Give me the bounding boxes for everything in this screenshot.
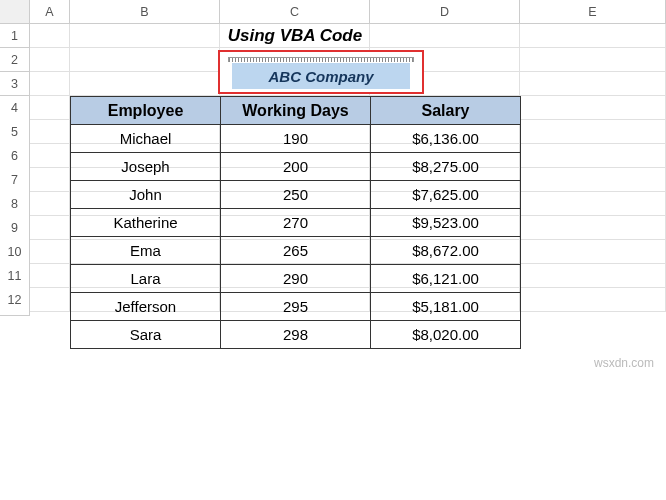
- cell-E2[interactable]: [520, 48, 666, 72]
- cell-working-days[interactable]: 190: [221, 125, 371, 153]
- col-working-days[interactable]: Working Days: [221, 97, 371, 125]
- cell-E10[interactable]: [520, 240, 666, 264]
- cell-employee[interactable]: Sara: [71, 321, 221, 349]
- table-row: Katherine270$9,523.00: [71, 209, 521, 237]
- col-salary[interactable]: Salary: [371, 97, 521, 125]
- row-header-1[interactable]: 1: [0, 24, 30, 48]
- table-row: Sara298$8,020.00: [71, 321, 521, 349]
- cell-working-days[interactable]: 298: [221, 321, 371, 349]
- cell-A6[interactable]: [30, 144, 70, 168]
- row-header-2[interactable]: 2: [0, 48, 30, 72]
- select-all-corner[interactable]: [0, 0, 30, 24]
- col-header-A[interactable]: A: [30, 0, 70, 24]
- cell-E11[interactable]: [520, 264, 666, 288]
- col-header-D[interactable]: D: [370, 0, 520, 24]
- cell-A2[interactable]: [30, 48, 70, 72]
- cell-employee[interactable]: Joseph: [71, 153, 221, 181]
- textbox-handle[interactable]: [228, 57, 414, 62]
- cell-employee[interactable]: Lara: [71, 265, 221, 293]
- cell-working-days[interactable]: 250: [221, 181, 371, 209]
- row-header-3[interactable]: 3: [0, 72, 30, 96]
- cell-E5[interactable]: [520, 120, 666, 144]
- table-row: Joseph200$8,275.00: [71, 153, 521, 181]
- cell-A7[interactable]: [30, 168, 70, 192]
- cell-employee[interactable]: Ema: [71, 237, 221, 265]
- cell-B1[interactable]: [70, 24, 220, 48]
- cell-salary[interactable]: $8,275.00: [371, 153, 521, 181]
- cell-working-days[interactable]: 290: [221, 265, 371, 293]
- table-row: Ema265$8,672.00: [71, 237, 521, 265]
- cell-E4[interactable]: [520, 96, 666, 120]
- table-row: John250$7,625.00: [71, 181, 521, 209]
- cell-salary[interactable]: $9,523.00: [371, 209, 521, 237]
- cell-A1[interactable]: [30, 24, 70, 48]
- cell-E1[interactable]: [520, 24, 666, 48]
- cell-salary[interactable]: $6,121.00: [371, 265, 521, 293]
- table-row: Michael190$6,136.00: [71, 125, 521, 153]
- cell-employee[interactable]: Jefferson: [71, 293, 221, 321]
- page-title: Using VBA Code: [220, 24, 370, 48]
- cell-employee[interactable]: Michael: [71, 125, 221, 153]
- cell-B3[interactable]: [70, 72, 220, 96]
- cell-E3[interactable]: [520, 72, 666, 96]
- cell-B2[interactable]: [70, 48, 220, 72]
- cell-salary[interactable]: $6,136.00: [371, 125, 521, 153]
- cell-A12[interactable]: [30, 288, 70, 312]
- cell-working-days[interactable]: 295: [221, 293, 371, 321]
- cell-employee[interactable]: John: [71, 181, 221, 209]
- textbox-object[interactable]: ABC Company: [218, 50, 424, 94]
- data-table[interactable]: Employee Working Days Salary Michael190$…: [70, 96, 521, 349]
- textbox-text[interactable]: ABC Company: [232, 63, 410, 89]
- cell-A11[interactable]: [30, 264, 70, 288]
- cell-E12[interactable]: [520, 288, 666, 312]
- cell-salary[interactable]: $8,672.00: [371, 237, 521, 265]
- col-employee[interactable]: Employee: [71, 97, 221, 125]
- cell-salary[interactable]: $8,020.00: [371, 321, 521, 349]
- cell-A10[interactable]: [30, 240, 70, 264]
- table-row: Jefferson295$5,181.00: [71, 293, 521, 321]
- col-header-B[interactable]: B: [70, 0, 220, 24]
- cell-salary[interactable]: $7,625.00: [371, 181, 521, 209]
- cell-employee[interactable]: Katherine: [71, 209, 221, 237]
- col-header-C[interactable]: C: [220, 0, 370, 24]
- cell-E8[interactable]: [520, 192, 666, 216]
- cell-salary[interactable]: $5,181.00: [371, 293, 521, 321]
- cell-E9[interactable]: [520, 216, 666, 240]
- table-header-row: Employee Working Days Salary: [71, 97, 521, 125]
- cell-E7[interactable]: [520, 168, 666, 192]
- cell-E6[interactable]: [520, 144, 666, 168]
- cell-A3[interactable]: [30, 72, 70, 96]
- row-header-12[interactable]: 12: [0, 288, 30, 316]
- cell-A8[interactable]: [30, 192, 70, 216]
- table-row: Lara290$6,121.00: [71, 265, 521, 293]
- cell-working-days[interactable]: 265: [221, 237, 371, 265]
- cell-working-days[interactable]: 200: [221, 153, 371, 181]
- cell-A5[interactable]: [30, 120, 70, 144]
- cell-D1[interactable]: [370, 24, 520, 48]
- cell-A9[interactable]: [30, 216, 70, 240]
- cell-working-days[interactable]: 270: [221, 209, 371, 237]
- watermark-text: wsxdn.com: [594, 356, 654, 370]
- col-header-E[interactable]: E: [520, 0, 666, 24]
- cell-A4[interactable]: [30, 96, 70, 120]
